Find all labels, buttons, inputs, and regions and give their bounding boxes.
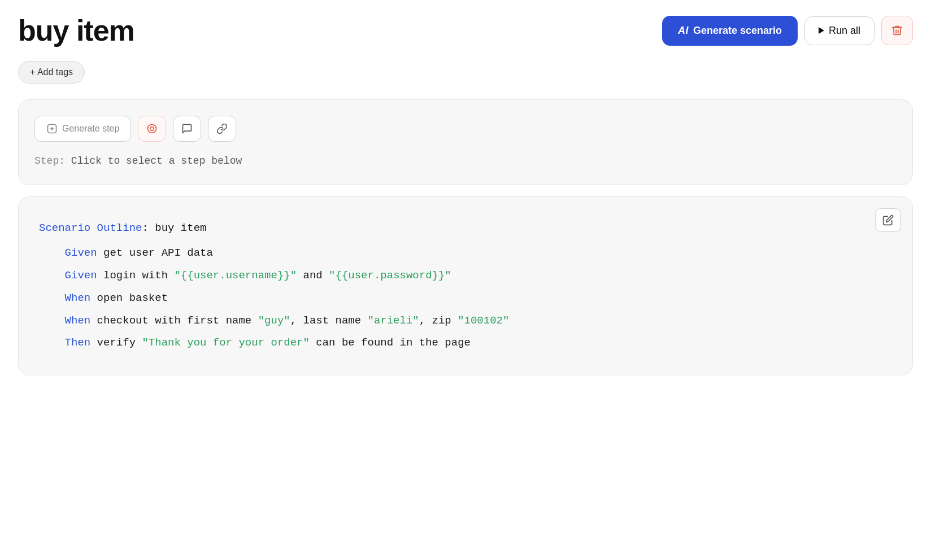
delete-button[interactable] [881, 16, 913, 45]
edit-button[interactable] [875, 208, 901, 232]
step-hint: Step: Click to select a step below [34, 155, 897, 167]
ai-label: AI [678, 25, 689, 37]
svg-point-1 [148, 125, 156, 133]
then-line: Then verify "Thank you for your order" c… [39, 332, 892, 355]
run-all-button[interactable]: Run all [804, 16, 875, 45]
chat-icon [181, 123, 193, 134]
scenario-outline-name: buy item [155, 222, 206, 234]
record-button[interactable] [138, 116, 166, 142]
play-icon [819, 27, 824, 34]
generate-scenario-label: Generate scenario [693, 25, 782, 37]
trash-icon [891, 24, 903, 37]
pencil-icon [882, 215, 894, 226]
header-actions: AI Generate scenario Run all [662, 16, 913, 46]
when-line-2: When checkout with first name "guy", las… [39, 310, 892, 333]
generate-step-icon [46, 123, 58, 134]
tags-row: + Add tags [18, 61, 913, 84]
step-card: Generate step Step: Click to select a st… [18, 99, 913, 185]
run-all-label: Run all [829, 25, 860, 37]
scenario-code: Scenario Outline: buy item Given get use… [39, 217, 892, 355]
generate-step-label: Generate step [62, 124, 119, 134]
scenario-outline-line: Scenario Outline: buy item [39, 217, 892, 240]
link-icon [216, 123, 228, 134]
add-tags-button[interactable]: + Add tags [18, 61, 85, 84]
step-hint-value: Click to select a step below [71, 155, 242, 167]
given-line-1: Given get user API data [39, 242, 892, 265]
scenario-outline-keyword: Scenario Outline [39, 222, 142, 234]
comment-button[interactable] [173, 116, 201, 142]
page-title: buy item [18, 14, 134, 47]
link-button[interactable] [208, 116, 236, 142]
given-line-2: Given login with "{{user.username}}" and… [39, 265, 892, 287]
when-line-1: When open basket [39, 287, 892, 310]
generate-scenario-button[interactable]: AI Generate scenario [662, 16, 798, 46]
svg-point-2 [150, 127, 154, 131]
page-header: buy item AI Generate scenario Run all [18, 14, 913, 47]
generate-step-button[interactable]: Generate step [34, 116, 131, 142]
step-label: Step: [34, 155, 65, 167]
record-icon [146, 123, 158, 134]
step-toolbar: Generate step [34, 116, 897, 142]
scenario-card: Scenario Outline: buy item Given get use… [18, 196, 913, 375]
